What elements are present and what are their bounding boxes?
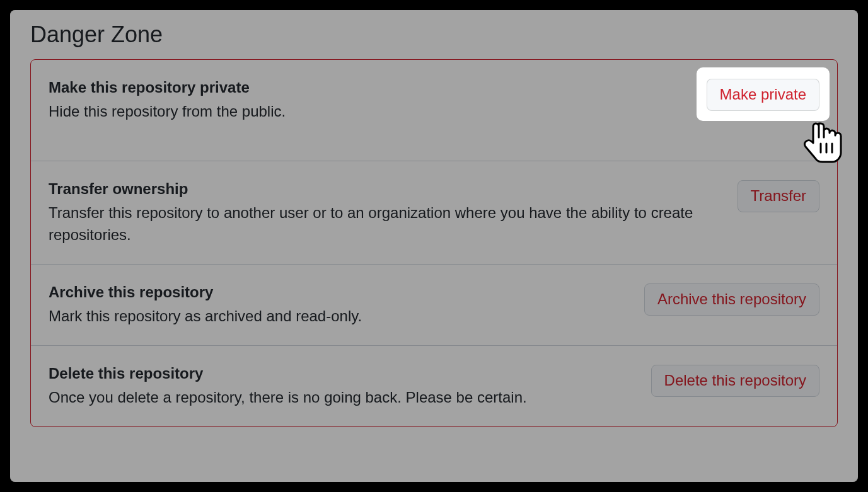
row-desc: Mark this repository as archived and rea… xyxy=(49,306,632,328)
transfer-ownership-row: Transfer ownership Transfer this reposit… xyxy=(31,161,837,265)
delete-repository-button[interactable]: Delete this repository xyxy=(651,365,819,397)
row-title: Make this repository private xyxy=(49,77,694,97)
row-desc: Transfer this repository to another user… xyxy=(49,202,725,246)
row-text: Delete this repository Once you delete a… xyxy=(49,363,651,409)
settings-panel: Danger Zone Make this repository private… xyxy=(10,10,858,482)
danger-zone-box: Make this repository private Hide this r… xyxy=(30,59,838,427)
row-text: Archive this repository Mark this reposi… xyxy=(49,282,644,328)
danger-zone-section: Danger Zone Make this repository private… xyxy=(10,10,858,447)
row-title: Transfer ownership xyxy=(49,179,725,198)
highlight-wrap: Make private xyxy=(707,77,819,111)
archive-repository-row: Archive this repository Mark this reposi… xyxy=(31,265,837,346)
row-title: Archive this repository xyxy=(49,282,632,302)
section-title: Danger Zone xyxy=(30,21,838,48)
make-private-row: Make this repository private Hide this r… xyxy=(31,60,837,161)
delete-repository-row: Delete this repository Once you delete a… xyxy=(31,346,837,426)
row-title: Delete this repository xyxy=(49,363,639,383)
make-private-button[interactable]: Make private xyxy=(707,79,819,111)
row-desc: Hide this repository from the public. xyxy=(49,101,694,123)
archive-repository-button[interactable]: Archive this repository xyxy=(644,283,819,316)
row-text: Transfer ownership Transfer this reposit… xyxy=(49,179,738,246)
transfer-button[interactable]: Transfer xyxy=(738,180,819,212)
row-text: Make this repository private Hide this r… xyxy=(49,77,707,123)
row-desc: Once you delete a repository, there is n… xyxy=(49,387,639,409)
